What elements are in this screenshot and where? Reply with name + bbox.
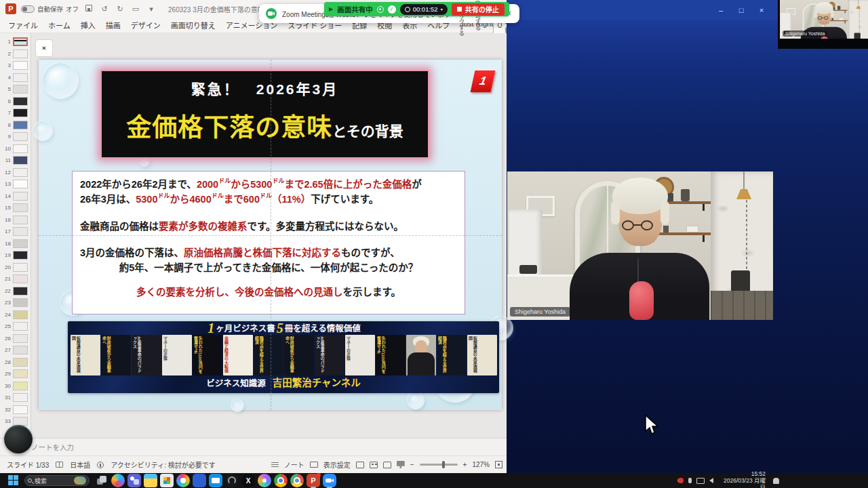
thumbnail-preview[interactable]: [13, 322, 28, 331]
slide-thumbnail-18[interactable]: 18: [0, 238, 31, 250]
minimize-button[interactable]: –: [713, 4, 728, 16]
slide-thumbnail-23[interactable]: 23: [0, 297, 31, 309]
thumbnail-preview[interactable]: [13, 203, 28, 212]
zoom-icon[interactable]: [323, 474, 336, 487]
display-settings-icon[interactable]: [310, 462, 318, 468]
copilot-icon[interactable]: [111, 474, 125, 487]
stop-share-button[interactable]: 共有の停止: [452, 3, 505, 16]
thumbnail-preview[interactable]: [13, 156, 28, 165]
thumbnail-preview[interactable]: [13, 168, 28, 177]
slide-sorter-icon[interactable]: [370, 462, 378, 468]
photos-icon[interactable]: [176, 474, 190, 487]
zoom-percentage[interactable]: 127%: [472, 461, 490, 468]
thumbnail-preview[interactable]: [13, 144, 28, 153]
slide-thumbnail-30[interactable]: 30: [0, 380, 31, 392]
thumbnail-preview[interactable]: [13, 310, 28, 319]
fit-slide-icon[interactable]: [495, 461, 502, 468]
maximize-button[interactable]: □: [734, 4, 749, 16]
slide-thumbnail-24[interactable]: 24: [0, 309, 31, 321]
thumbnail-preview[interactable]: [13, 73, 28, 82]
slide-thumbnail-15[interactable]: 15: [0, 202, 31, 214]
save-icon[interactable]: [83, 5, 94, 13]
slide-thumbnail-21[interactable]: 21: [0, 273, 31, 285]
qat-more-icon[interactable]: ▾: [146, 5, 157, 14]
thumbnail-preview[interactable]: [13, 121, 28, 129]
zoom-slider-thumb[interactable]: [442, 461, 445, 468]
self-view-video[interactable]: Shigeharu Yoshida: [780, 0, 868, 39]
thumbnail-preview[interactable]: [13, 405, 28, 414]
microphone-tray-icon[interactable]: [688, 478, 692, 483]
notes-toggle-icon[interactable]: [271, 462, 279, 468]
file-explorer-icon[interactable]: [144, 474, 157, 487]
thumbnail-preview[interactable]: [13, 61, 28, 70]
slideshow-icon[interactable]: [397, 461, 405, 468]
zoom-out-button[interactable]: −: [410, 461, 414, 468]
notes-pane[interactable]: ノートを入力: [0, 438, 507, 456]
word-icon[interactable]: [193, 474, 206, 487]
slide-thumbnail-31[interactable]: 31: [0, 392, 31, 404]
thumbnail-preview[interactable]: [13, 37, 28, 46]
display-icon[interactable]: ▭: [130, 5, 141, 14]
thumbnail-preview[interactable]: [13, 180, 28, 188]
thumbnail-preview[interactable]: [13, 298, 28, 307]
slide-thumbnail-5[interactable]: 5: [0, 83, 31, 96]
slide-thumbnail-6[interactable]: 6: [0, 96, 31, 108]
slide-canvas[interactable]: 緊急！ 2026年3月 金価格下落の意味とその背景 1 2022年から26年2月…: [39, 60, 502, 410]
menu-tab-描画[interactable]: 描画: [106, 20, 121, 30]
thumbnail-preview[interactable]: [13, 274, 28, 283]
menu-tab-デザイン[interactable]: デザイン: [131, 20, 161, 30]
slide-thumbnail-14[interactable]: 14: [0, 190, 31, 203]
thumbnail-preview[interactable]: [13, 227, 28, 236]
slide-thumbnail-1[interactable]: 1: [0, 36, 31, 48]
slide-thumbnail-7[interactable]: 7: [0, 107, 31, 119]
slide-thumbnail-19[interactable]: 19: [0, 249, 31, 262]
redo-icon[interactable]: ↻: [115, 5, 125, 14]
slide-thumbnail-25[interactable]: 25: [0, 321, 31, 333]
thumbnail-preview[interactable]: [13, 216, 28, 224]
slide-thumbnail-32[interactable]: 32: [0, 404, 31, 416]
menu-tab-画面切り替え[interactable]: 画面切り替え: [171, 20, 216, 30]
outlook-icon[interactable]: [209, 474, 222, 487]
slide-body-box[interactable]: 2022年から26年2月まで、2000ドルから5300ドルまで2.65倍に上がっ…: [72, 171, 465, 314]
powerpoint-icon[interactable]: P: [307, 474, 320, 487]
recording-tray-icon[interactable]: [678, 478, 684, 483]
slide-thumbnail-28[interactable]: 28: [0, 357, 31, 369]
proofing-icon[interactable]: [56, 462, 63, 468]
zoom-in-button[interactable]: +: [463, 461, 467, 468]
cast-tray-icon[interactable]: [696, 478, 705, 484]
clipchamp-icon[interactable]: [258, 474, 271, 487]
thumbnail-preview[interactable]: [13, 85, 28, 94]
slide-thumbnail-16[interactable]: 16: [0, 214, 31, 226]
slide-thumbnail-3[interactable]: 3: [0, 60, 31, 72]
slide-thumbnail-2[interactable]: 2: [0, 48, 31, 60]
slide-thumbnail-17[interactable]: 17: [0, 226, 31, 238]
slide-thumbnail-9[interactable]: 9: [0, 131, 31, 143]
thumbnail-preview[interactable]: [13, 239, 28, 248]
thumbnail-preview[interactable]: [13, 263, 28, 272]
chrome-beta-icon[interactable]: [290, 474, 304, 487]
thumbnail-preview[interactable]: [13, 358, 28, 367]
slide-thumbnail-29[interactable]: 29: [0, 368, 31, 380]
thumbnail-preview[interactable]: [13, 251, 28, 260]
x-icon[interactable]: X: [241, 474, 255, 487]
thumbnail-preview[interactable]: [13, 192, 28, 201]
slide-thumbnail-10[interactable]: 10: [0, 143, 31, 155]
thumbnail-preview[interactable]: [13, 369, 28, 378]
undo-icon[interactable]: ↺: [99, 5, 110, 14]
slide-thumbnail-22[interactable]: 22: [0, 285, 31, 298]
thumbnail-preview[interactable]: [13, 49, 28, 58]
notification-bell-icon[interactable]: [773, 478, 779, 484]
menu-tab-ホーム[interactable]: ホーム: [48, 20, 71, 30]
thumbnail-preview[interactable]: [13, 287, 28, 296]
thumbnail-preview[interactable]: [13, 334, 28, 343]
taskbar-clock[interactable]: 15:52 2026/03/23 月曜日: [719, 470, 766, 488]
teams-icon[interactable]: [127, 474, 141, 487]
display-settings[interactable]: 表示設定: [323, 460, 351, 470]
start-button[interactable]: [8, 475, 19, 486]
reading-view-icon[interactable]: [383, 462, 391, 468]
slide-thumbnail-12[interactable]: 12: [0, 167, 31, 179]
slide-thumbnail-4[interactable]: 4: [0, 72, 31, 84]
task-view-icon[interactable]: [95, 474, 108, 487]
slide-thumbnail-8[interactable]: 8: [0, 119, 31, 131]
menu-tab-挿入[interactable]: 挿入: [81, 20, 96, 30]
